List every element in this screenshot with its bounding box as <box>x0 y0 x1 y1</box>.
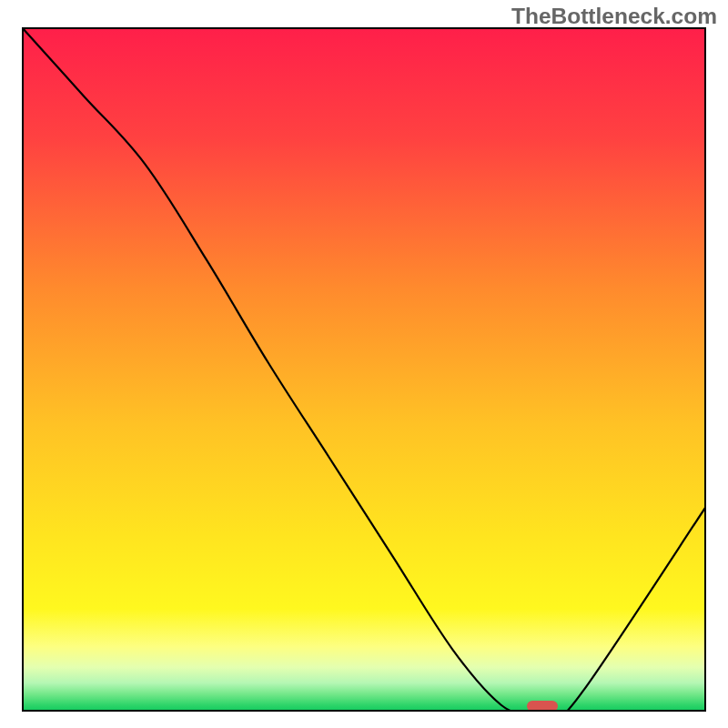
bottleneck-curve <box>22 27 706 712</box>
watermark: TheBottleneck.com <box>511 4 717 29</box>
plot-area <box>22 27 706 712</box>
optimal-marker <box>527 701 558 712</box>
